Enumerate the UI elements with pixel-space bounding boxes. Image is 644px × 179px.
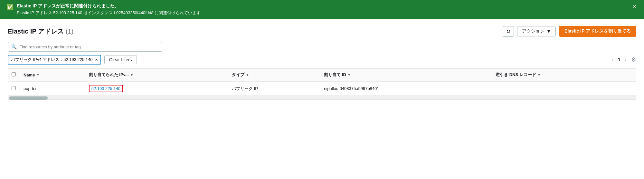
filter-tag-close-button[interactable]: × <box>95 57 98 62</box>
banner-text: Elastic IP アドレスが正常に関連付けられました。 Elastic IP… <box>17 3 201 16</box>
row-alloc-id: eipalloc-0408375a9997b8401 <box>320 81 492 96</box>
header-actions: ↻ アクション ▼ Elastic IP アドレスを割り当てる <box>503 26 636 37</box>
row-ipv4: 52.193.225.140 <box>85 81 228 96</box>
ipv4-link[interactable]: 52.193.225.140 <box>89 85 123 92</box>
banner-close-button[interactable]: × <box>631 3 638 10</box>
sort-icon-alloc: ▼ <box>347 73 351 77</box>
table-header-row: Name ▼ 割り当てられた IPv... ▼ タイプ ▼ <box>8 69 636 81</box>
header-reverse-dns: 逆引き DNS レコード ▼ <box>492 69 636 81</box>
row-checkbox-cell <box>8 81 20 96</box>
header-ipv4: 割り当てられた IPv... ▼ <box>85 69 228 81</box>
row-name: pop-test <box>20 81 85 96</box>
header-alloc-id: 割り当て ID ▼ <box>320 69 492 81</box>
sort-icon-type: ▼ <box>246 73 249 77</box>
row-reverse-dns: – <box>492 81 636 96</box>
actions-dropdown-icon: ▼ <box>546 29 551 34</box>
table-row: pop-test 52.193.225.140 パブリック IP eipallo… <box>8 81 636 96</box>
row-type: パブリック IP <box>228 81 320 96</box>
search-input[interactable] <box>19 45 159 49</box>
resources-table: Name ▼ 割り当てられた IPv... ▼ タイプ ▼ <box>8 69 636 96</box>
pagination-prev-button[interactable]: ‹ <box>610 56 615 63</box>
actions-button[interactable]: アクション ▼ <box>517 26 556 36</box>
page-title: Elastic IP アドレス (1) <box>8 27 73 36</box>
header-name: Name ▼ <box>20 69 85 81</box>
header-row: Elastic IP アドレス (1) ↻ アクション ▼ Elastic IP… <box>8 26 636 37</box>
header-checkbox-cell <box>8 69 20 81</box>
page-count: (1) <box>66 28 73 35</box>
pagination-page: 1 <box>618 57 620 62</box>
clear-filters-button[interactable]: Clear filters <box>104 55 137 64</box>
scrollbar-thumb <box>9 96 48 100</box>
search-input-wrap: 🔍 <box>8 42 162 52</box>
settings-icon-button[interactable]: ⚙ <box>631 56 636 63</box>
sort-icon-ipv4: ▼ <box>130 73 134 77</box>
filter-row: パブリック IPv4 アドレス：52.193.225.140 × Clear f… <box>8 55 636 65</box>
allocate-eip-button[interactable]: Elastic IP アドレスを割り当てる <box>559 26 636 37</box>
refresh-button[interactable]: ↻ <box>503 26 514 37</box>
scrollbar-area[interactable] <box>8 96 636 100</box>
filter-tag: パブリック IPv4 アドレス：52.193.225.140 × <box>8 55 101 65</box>
search-icon: 🔍 <box>11 44 17 49</box>
banner-title: Elastic IP アドレスが正常に関連付けられました。 <box>17 3 201 9</box>
header-type: タイプ ▼ <box>228 69 320 81</box>
pagination-next-button[interactable]: › <box>623 56 629 63</box>
select-all-checkbox[interactable] <box>12 72 16 76</box>
row-checkbox[interactable] <box>12 86 16 90</box>
sort-icon-dns: ▼ <box>537 73 541 77</box>
search-row: 🔍 <box>8 42 636 52</box>
success-icon: ✅ <box>6 4 14 11</box>
filter-left: パブリック IPv4 アドレス：52.193.225.140 × Clear f… <box>8 55 137 65</box>
filter-tag-label: パブリック IPv4 アドレス：52.193.225.140 <box>11 57 93 63</box>
banner-subtitle: Elastic IP アドレス 52.193.225.140 はインスタンス i… <box>17 10 201 16</box>
table-wrap: Name ▼ 割り当てられた IPv... ▼ タイプ ▼ <box>8 68 636 100</box>
banner-content: ✅ Elastic IP アドレスが正常に関連付けられました。 Elastic … <box>6 3 201 16</box>
filter-right: ‹ 1 › ⚙ <box>610 56 636 63</box>
sort-icon-name: ▼ <box>36 73 40 77</box>
success-banner: ✅ Elastic IP アドレスが正常に関連付けられました。 Elastic … <box>0 0 644 19</box>
main-content: Elastic IP アドレス (1) ↻ アクション ▼ Elastic IP… <box>0 19 644 106</box>
